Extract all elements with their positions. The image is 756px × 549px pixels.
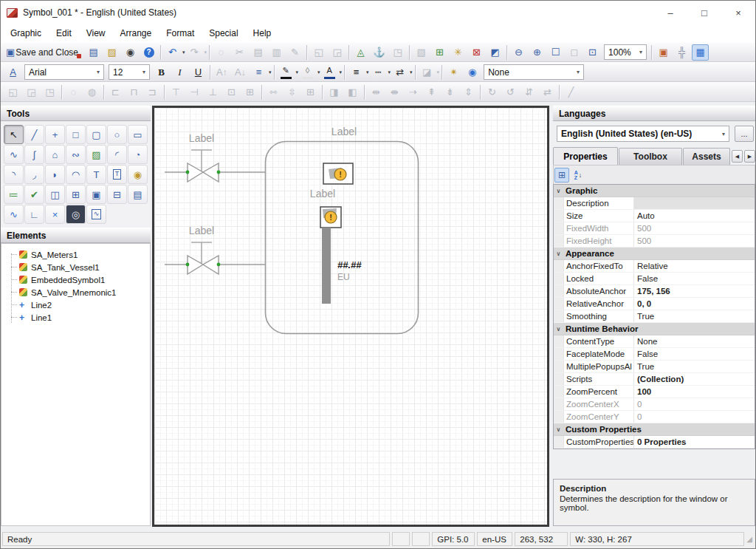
- elbow-line-tool[interactable]: ∟: [24, 205, 44, 224]
- tab-scroll-right-icon[interactable]: ▶: [744, 150, 755, 163]
- shape-style-icon[interactable]: ◪: [419, 64, 436, 81]
- polygon-tool[interactable]: ⌂: [45, 145, 65, 164]
- element-item-sa_meters1[interactable]: SA_Meters1: [1, 248, 150, 261]
- textbox-tool[interactable]: T: [107, 165, 127, 184]
- dropdown-caret-icon[interactable]: ▾: [340, 69, 343, 75]
- edit-points-icon[interactable]: ╱: [563, 84, 580, 100]
- property-row-zoomcenterx[interactable]: ZoomCenterX0: [554, 398, 755, 411]
- export-graphic-icon[interactable]: ▨: [103, 44, 120, 61]
- categorized-view-button[interactable]: ⊞: [554, 168, 569, 183]
- center-in-symbol-icon[interactable]: ⊡: [223, 84, 240, 100]
- line-weight-icon[interactable]: ≡: [348, 64, 365, 81]
- property-row-anchorfixedto[interactable]: AnchorFixedToRelative: [554, 260, 755, 273]
- zoom-out-icon[interactable]: ⊖: [510, 44, 527, 61]
- delete-tool[interactable]: ×: [45, 205, 65, 224]
- line-color-icon[interactable]: ✎: [278, 64, 295, 81]
- remove-vertical-space-icon[interactable]: ⇟: [441, 84, 458, 100]
- property-category-runtime-behavior[interactable]: ∨Runtime Behavior: [554, 323, 755, 335]
- language-combo[interactable]: English (United States) (en-US) ▾: [557, 126, 729, 142]
- minimize-button[interactable]: –: [653, 1, 687, 24]
- grow-font-icon[interactable]: A↑: [213, 64, 230, 81]
- select-tool[interactable]: ↖: [4, 125, 24, 144]
- tank-vessel[interactable]: Label: [266, 126, 419, 334]
- move-anchor-icon[interactable]: ⊞: [241, 84, 258, 100]
- dropdown-caret-icon[interactable]: ▾: [269, 69, 272, 75]
- space-horizontal-icon[interactable]: ⇼: [386, 84, 403, 100]
- meter-element[interactable]: Label ! ##.## EU: [310, 188, 362, 304]
- lasso-select-icon[interactable]: ◌: [213, 44, 230, 61]
- same-width-icon[interactable]: ⇿: [265, 84, 282, 100]
- equal-spacing-icon[interactable]: ⇕: [460, 84, 477, 100]
- edit-symbol-icon[interactable]: ◳: [41, 84, 58, 100]
- property-row-faceplatemode[interactable]: FaceplateModeFalse: [554, 348, 755, 361]
- panel-tool[interactable]: ▭: [128, 125, 148, 144]
- property-category-custom-properties[interactable]: ∨Custom Properties: [554, 423, 755, 436]
- arc2-tool[interactable]: ◝: [4, 165, 24, 184]
- align-right-icon[interactable]: ⊐: [144, 84, 161, 100]
- owning-object-icon[interactable]: ✳: [450, 44, 467, 61]
- element-item-sa_tank_vessel1[interactable]: SA_Tank_Vessel1: [1, 261, 150, 273]
- redo-icon[interactable]: ↷: [186, 44, 203, 61]
- flip-horizontal-icon[interactable]: ⇄: [539, 84, 556, 100]
- help-icon[interactable]: ?: [140, 44, 157, 61]
- group2-icon[interactable]: ◱: [4, 84, 21, 100]
- actual-size-icon[interactable]: ◻: [566, 44, 583, 61]
- collapse-chevron-icon[interactable]: ∨: [554, 323, 564, 335]
- embedded-symbol-tool[interactable]: ◎: [66, 205, 86, 224]
- property-value[interactable]: True: [634, 361, 755, 372]
- property-category-graphic[interactable]: ∨Graphic: [554, 185, 755, 197]
- s-curve-tool[interactable]: ∿: [4, 205, 24, 224]
- collapse-chevron-icon[interactable]: ∨: [554, 185, 564, 197]
- align-middle-icon[interactable]: ⊣: [186, 84, 203, 100]
- group-icon[interactable]: ◱: [310, 44, 327, 61]
- property-row-fixedwidth[interactable]: FixedWidth500: [554, 222, 755, 235]
- trend-pen-tool[interactable]: ∿: [86, 205, 106, 224]
- same-size-icon[interactable]: ⊞: [302, 84, 319, 100]
- cut-icon[interactable]: ✂: [231, 44, 248, 61]
- language-browse-button[interactable]: ...: [735, 126, 754, 142]
- element-item-line2[interactable]: +Line2: [1, 299, 150, 311]
- text-tool[interactable]: T: [86, 165, 106, 184]
- same-height-icon[interactable]: ⇳: [284, 84, 300, 100]
- rounded-rectangle-tool[interactable]: ▢: [86, 125, 106, 144]
- dropdown-caret-icon[interactable]: ▾: [366, 69, 369, 75]
- font-dialog-icon[interactable]: A: [4, 64, 21, 81]
- window-tool[interactable]: ⊞: [66, 185, 86, 204]
- property-value[interactable]: Auto: [634, 210, 755, 222]
- property-value[interactable]: None: [634, 335, 755, 347]
- close-button[interactable]: ×: [721, 1, 755, 24]
- element-item-sa_valve_mnemonic1[interactable]: SA_Valve_Mnemonic1: [1, 286, 150, 299]
- property-value[interactable]: (Collection): [634, 373, 755, 385]
- property-category-appearance[interactable]: ∨Appearance: [554, 248, 755, 260]
- dropdown-caret-icon[interactable]: ▾: [182, 50, 185, 55]
- dropdown-caret-icon[interactable]: ▾: [317, 69, 320, 75]
- valve-symbol-1[interactable]: Label: [165, 132, 265, 182]
- radiobutton-group-tool[interactable]: ≔: [4, 185, 24, 204]
- property-value[interactable]: [634, 197, 755, 209]
- zoom-in-icon[interactable]: ⊕: [529, 44, 546, 61]
- frame-tool[interactable]: ▣: [86, 185, 106, 204]
- italic-icon[interactable]: I: [171, 64, 188, 81]
- property-value[interactable]: 0: [634, 398, 755, 410]
- combobox-tool[interactable]: ◫: [45, 185, 65, 204]
- rotate-counterclockwise-icon[interactable]: ↺: [502, 84, 519, 100]
- save-and-close-button[interactable]: ▣Save and Close: [4, 44, 83, 61]
- property-row-fixedheight[interactable]: FixedHeight500: [554, 235, 755, 248]
- drawing-canvas[interactable]: Label Label: [154, 108, 547, 525]
- font-combo[interactable]: Arial▾: [24, 64, 104, 80]
- undo-icon[interactable]: ↶: [164, 44, 181, 61]
- property-row-size[interactable]: SizeAuto: [554, 210, 755, 222]
- text-align-icon[interactable]: ≡: [250, 64, 267, 81]
- checkbox-tool[interactable]: ✔: [24, 185, 44, 204]
- element-item-embeddedsymbol1[interactable]: EmbeddedSymbol1: [1, 273, 150, 286]
- embedded-symbol-placeholder-1[interactable]: !: [323, 163, 353, 184]
- tab-properties[interactable]: Properties: [553, 147, 618, 165]
- property-value[interactable]: Relative: [634, 260, 755, 272]
- curve-tool[interactable]: ◠: [66, 165, 86, 184]
- property-row-multiplepopupsal[interactable]: MultiplePopupsAlTrue: [554, 361, 755, 373]
- hv-line-tool[interactable]: +: [45, 125, 65, 144]
- arc3-tool[interactable]: ◞: [24, 165, 44, 184]
- pan-icon[interactable]: ╬: [673, 44, 690, 61]
- property-value[interactable]: 0 Properties: [634, 436, 755, 448]
- dropdown-caret-icon[interactable]: ▾: [437, 69, 440, 75]
